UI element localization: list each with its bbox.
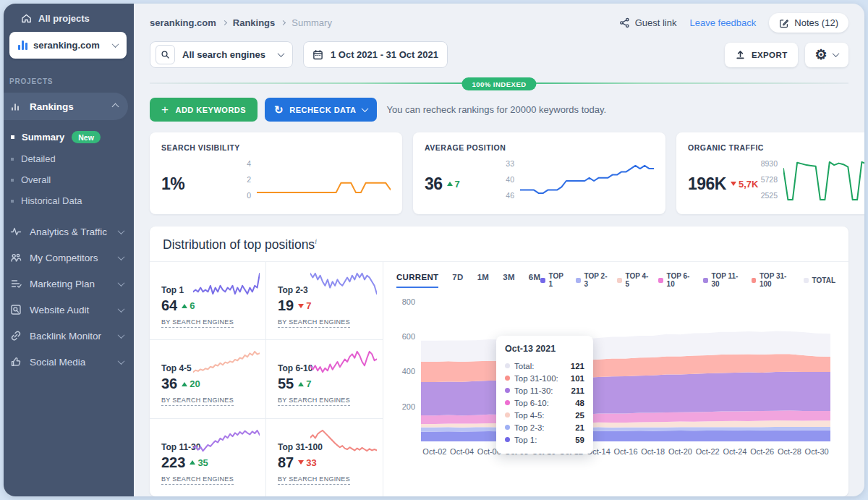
sidebar-item-backlink-monitor[interactable]: Backlink Monitor xyxy=(4,323,134,349)
tab-1m[interactable]: 1M xyxy=(477,273,490,288)
by-search-engines-selector[interactable]: BY SEARCH ENGINES xyxy=(161,397,234,406)
subitem-label: Summary xyxy=(22,132,64,143)
sparkline-organic-traffic xyxy=(783,158,864,204)
by-search-engines-selector[interactable]: BY SEARCH ENGINES xyxy=(161,475,234,485)
notes-icon xyxy=(779,18,789,28)
by-search-engines-selector[interactable]: BY SEARCH ENGINES xyxy=(278,397,350,406)
position-delta: 20 xyxy=(182,378,200,389)
breadcrumb-item[interactable]: seranking.com xyxy=(150,17,216,28)
sidebar-item-website-audit[interactable]: Website Audit xyxy=(4,297,134,323)
bullet-icon xyxy=(11,179,14,182)
arrow-up-icon xyxy=(298,382,304,386)
new-badge: New xyxy=(72,131,101,143)
tooltip-row: Top 31-100:101 xyxy=(505,372,584,384)
notes-button[interactable]: Notes (12) xyxy=(769,13,848,33)
legend-swatch xyxy=(540,278,545,283)
chevron-down-icon xyxy=(361,105,368,112)
sidebar-subitem-detailed[interactable]: Detailed xyxy=(4,148,134,169)
legend-label: TOP 31-100 xyxy=(760,272,794,288)
tooltip-series-dot xyxy=(505,400,510,405)
tooltip-series-label: Total: xyxy=(514,362,535,370)
by-search-engines-selector[interactable]: BY SEARCH ENGINES xyxy=(278,318,350,328)
breadcrumb-item: Summary xyxy=(292,17,332,28)
sidebar-item-marketing-plan[interactable]: Marketing Plan xyxy=(4,271,134,297)
chevron-down-icon xyxy=(118,331,125,339)
positions-chart-panel: CURRENT7D1M3M6M TOP 1TOP 2-3TOP 4-5TOP 6… xyxy=(383,262,848,496)
sidebar-item-my-competitors[interactable]: My Competitors xyxy=(4,245,134,271)
gear-icon: ⚙ xyxy=(815,48,827,62)
stat-card-organic-traffic: ORGANIC TRAFFIC196K5,7K893057282525 xyxy=(676,132,864,214)
website-audit-icon xyxy=(9,304,22,316)
tooltip-series-label: Top 6-10: xyxy=(514,399,549,407)
recheck-data-button[interactable]: ↻ RECHECK DATA xyxy=(265,98,376,122)
leave-feedback-link[interactable]: Leave feedback xyxy=(690,17,757,28)
recheck-hint: You can recheck rankings for 20000 keywo… xyxy=(387,104,607,115)
legend-item-top-31-100[interactable]: TOP 31-100 xyxy=(752,272,794,288)
info-icon[interactable]: i xyxy=(315,237,317,245)
all-projects-link[interactable]: All projects xyxy=(4,4,134,30)
legend-item-top-6-10[interactable]: TOP 6-10 xyxy=(658,272,694,288)
top-position-card-top-6-10: Top 6-10557BY SEARCH ENGINES xyxy=(266,340,383,418)
legend-swatch xyxy=(804,278,809,283)
sidebar-item-social-media[interactable]: Social Media xyxy=(4,349,134,375)
by-search-engines-selector[interactable]: BY SEARCH ENGINES xyxy=(278,475,350,485)
add-keywords-button[interactable]: + ADD KEYWORDS xyxy=(150,98,258,122)
project-chart-icon xyxy=(18,41,27,50)
delta-value: 35 xyxy=(197,457,208,468)
guest-link-button[interactable]: Guest link xyxy=(619,17,677,28)
stacked-area-svg[interactable] xyxy=(421,298,830,441)
tab-6m[interactable]: 6M xyxy=(529,273,541,288)
project-selector[interactable]: seranking.com xyxy=(9,32,127,59)
legend-swatch xyxy=(617,278,621,283)
export-button[interactable]: EXPORT xyxy=(725,43,798,67)
settings-button[interactable]: ⚙ xyxy=(805,43,848,67)
by-search-engines-selector[interactable]: BY SEARCH ENGINES xyxy=(161,318,234,328)
tick-label: 0 xyxy=(229,191,251,200)
legend-item-top-4-5[interactable]: TOP 4-5 xyxy=(617,272,649,288)
breadcrumb-item[interactable]: Rankings xyxy=(233,17,276,28)
legend-item-top-2-3[interactable]: TOP 2-3 xyxy=(576,272,608,288)
position-delta: 35 xyxy=(190,457,208,468)
keywords-toolbar: + ADD KEYWORDS ↻ RECHECK DATA You can re… xyxy=(145,89,853,122)
tab-3m[interactable]: 3M xyxy=(503,273,515,288)
export-icon xyxy=(735,49,746,60)
legend-item-total[interactable]: TOTAL xyxy=(804,272,835,288)
arrow-down-icon xyxy=(298,460,304,465)
sidebar-subitem-summary[interactable]: SummaryNew xyxy=(4,126,134,148)
arrow-up-icon xyxy=(182,304,187,308)
sparkline-top-1-spark xyxy=(193,269,260,298)
legend-item-top-1[interactable]: TOP 1 xyxy=(540,272,566,288)
top-position-card-top-4-5: Top 4-53620BY SEARCH ENGINES xyxy=(150,340,266,418)
tick-label: 2 xyxy=(229,175,251,184)
sparkline-top-11-30-spark xyxy=(193,426,260,455)
x-tick-label: Oct-16 xyxy=(613,447,637,456)
search-engines-select[interactable]: All search engines xyxy=(150,41,293,68)
position-delta: 7 xyxy=(298,300,311,311)
sidebar-item-label: Marketing Plan xyxy=(30,279,95,289)
tab-7d[interactable]: 7D xyxy=(452,273,463,288)
sidebar-subitem-historical-data[interactable]: Historical Data xyxy=(4,190,134,211)
date-range-value: 1 Oct 2021 - 31 Oct 2021 xyxy=(331,49,438,60)
x-tick-label: Oct-20 xyxy=(668,447,692,456)
sidebar-item-analytics-traffic[interactable]: Analytics & Traffic xyxy=(4,219,134,245)
legend-label: TOP 11-30 xyxy=(712,272,742,288)
date-range-picker[interactable]: 1 Oct 2021 - 31 Oct 2021 xyxy=(303,41,448,68)
y-tick-label: 400 xyxy=(402,367,415,376)
tooltip-series-value: 211 xyxy=(571,386,584,395)
rankings-submenu: SummaryNewDetailedOverallHistorical Data xyxy=(4,120,134,214)
main-content: seranking.comRankingsSummary Guest link … xyxy=(134,4,864,496)
x-tick-label: Oct-22 xyxy=(696,447,720,456)
distribution-title: Distribution of top positionsi xyxy=(150,226,848,262)
stat-card-label: ORGANIC TRAFFIC xyxy=(688,143,864,152)
sidebar-item-rankings[interactable]: Rankings xyxy=(4,93,128,120)
social-media-icon xyxy=(9,356,22,368)
sparkline-top-31-100-spark xyxy=(310,426,377,455)
breadcrumb: seranking.comRankingsSummary xyxy=(150,17,332,28)
chart-y-ticks: 334046 xyxy=(493,158,514,201)
legend-item-top-11-30[interactable]: TOP 11-30 xyxy=(703,272,741,288)
tab-current[interactable]: CURRENT xyxy=(396,273,438,288)
sidebar-subitem-overall[interactable]: Overall xyxy=(4,169,134,190)
chevron-down-icon xyxy=(118,305,125,313)
tooltip-series-label: Top 11-30: xyxy=(514,386,553,395)
delta-value: 33 xyxy=(306,457,316,468)
